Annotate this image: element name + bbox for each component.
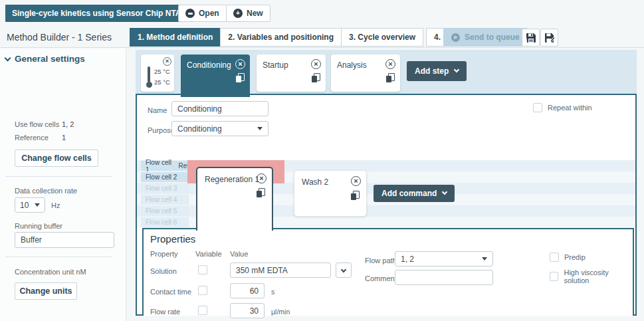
- general-settings-header[interactable]: General settings: [5, 54, 85, 64]
- step-name-input[interactable]: [171, 101, 268, 116]
- data-collection-rate-select[interactable]: 10: [15, 197, 45, 213]
- sidebar-divider: [5, 257, 112, 257]
- close-temperature-icon[interactable]: [163, 57, 171, 66]
- close-step-icon[interactable]: [235, 59, 245, 69]
- chevron-down-icon: [454, 67, 459, 72]
- new-button-label: New: [247, 9, 263, 18]
- tab-cycle-overview[interactable]: 3. Cycle overview: [341, 28, 423, 47]
- solution-label: Solution: [150, 267, 177, 275]
- running-buffer-input[interactable]: [15, 232, 114, 248]
- save-as-button[interactable]: [540, 29, 558, 47]
- chevron-down-icon: [5, 55, 11, 62]
- high-viscosity-label: High viscosity solution: [564, 268, 633, 284]
- solution-dropdown-button[interactable]: [336, 263, 352, 278]
- tab-variables-positioning[interactable]: 2. Variables and positioning: [220, 28, 342, 47]
- flow-path-value: 1, 2: [401, 255, 414, 264]
- copy-command-icon[interactable]: [257, 188, 265, 197]
- data-collection-rate-value: 10: [20, 201, 29, 210]
- temperature-card[interactable]: 25 °C 25 °C: [141, 54, 174, 92]
- solution-input[interactable]: [230, 263, 331, 278]
- command-card-label: Regeneration 1: [205, 175, 259, 184]
- save-icon: [526, 33, 536, 43]
- add-step-button[interactable]: Add step: [407, 61, 467, 81]
- repeat-within-checkbox[interactable]: [533, 103, 542, 112]
- running-buffer-label: Running buffer: [15, 222, 62, 230]
- data-collection-rate-unit: Hz: [51, 201, 60, 209]
- contact-time-label: Contact time: [150, 288, 191, 296]
- add-step-label: Add step: [415, 66, 449, 76]
- flow-cell-label: Flow cell 3: [141, 183, 189, 193]
- purpose-select[interactable]: Conditioning: [171, 121, 268, 136]
- step-card-analysis[interactable]: Analysis: [331, 54, 400, 92]
- add-command-button[interactable]: Add command: [374, 185, 455, 202]
- flow-rate-unit: µl/min: [271, 308, 290, 316]
- comment-input[interactable]: [395, 270, 493, 285]
- predip-label: Predip: [564, 253, 586, 261]
- command-card-wash[interactable]: Wash 2: [294, 170, 367, 217]
- new-button[interactable]: New: [226, 5, 270, 22]
- change-flow-cells-button[interactable]: Change flow cells: [15, 150, 98, 167]
- sidebar-divider: [5, 176, 112, 177]
- use-flow-cells-value: 1, 2: [62, 120, 74, 128]
- high-viscosity-option: High viscosity solution: [550, 268, 633, 284]
- copy-step-icon[interactable]: [236, 73, 245, 82]
- copy-step-icon[interactable]: [312, 73, 320, 82]
- send-to-queue-button[interactable]: Send to queue: [443, 28, 528, 47]
- concentration-unit-label: Concentration unit nM: [15, 268, 86, 276]
- document-tab[interactable]: Single-cycle kinetics using Sensor Chip …: [5, 5, 203, 22]
- wizard-tabs: 1. Method definition 2. Variables and po…: [130, 28, 496, 47]
- comment-label: Comment: [365, 274, 397, 282]
- data-collection-rate-label: Data collection rate: [15, 187, 77, 195]
- step-card-label: Conditioning: [187, 60, 231, 70]
- step-card-label: Analysis: [337, 60, 367, 70]
- close-command-icon[interactable]: [257, 173, 267, 183]
- properties-title: Properties: [150, 233, 195, 245]
- copy-command-icon[interactable]: [351, 191, 360, 200]
- change-units-button[interactable]: Change units: [15, 282, 77, 300]
- name-label: Name: [148, 106, 167, 114]
- step-card-conditioning[interactable]: Conditioning: [181, 54, 250, 97]
- open-button[interactable]: Open: [178, 5, 227, 22]
- page-title: Method Builder - 1 Series: [7, 32, 112, 43]
- close-step-icon[interactable]: [311, 59, 321, 69]
- close-step-icon[interactable]: [385, 59, 395, 69]
- contact-time-variable-checkbox[interactable]: [198, 286, 207, 295]
- command-card-regeneration[interactable]: Regeneration 1: [196, 167, 273, 231]
- contact-time-input[interactable]: [230, 283, 265, 298]
- high-viscosity-checkbox[interactable]: [550, 272, 558, 281]
- flow-rate-input[interactable]: [230, 303, 265, 318]
- solution-variable-checkbox[interactable]: [198, 265, 207, 274]
- column-header-variable: Variable: [195, 250, 222, 258]
- flow-cell-label: Flow cell 6: [141, 217, 189, 227]
- plus-icon: [233, 9, 243, 18]
- toolbar: Method Builder - 1 Series 1. Method defi…: [0, 27, 644, 48]
- caret-down-icon: [35, 203, 40, 207]
- flow-rate-variable-checkbox[interactable]: [198, 306, 207, 315]
- temperature-value-1: 25 °C: [154, 68, 170, 75]
- reference-value: 1: [62, 134, 66, 142]
- caret-down-icon: [257, 127, 263, 130]
- caret-down-icon: [482, 257, 487, 261]
- close-command-icon[interactable]: [351, 176, 361, 186]
- tab-method-definition[interactable]: 1. Method definition: [130, 28, 221, 47]
- chevron-down-icon: [442, 189, 447, 195]
- repeat-within-option: Repeat within: [533, 103, 592, 112]
- thermometer-icon: [146, 66, 152, 88]
- send-to-queue-label: Send to queue: [465, 33, 520, 42]
- open-icon: [185, 9, 195, 18]
- reference-label: Reference: [15, 134, 49, 142]
- flow-path-label: Flow path: [365, 257, 397, 265]
- copy-step-icon[interactable]: [386, 73, 395, 82]
- temperature-value-2: 25 °C: [154, 78, 170, 86]
- properties-panel: Properties Property Variable Value Solut…: [142, 228, 634, 316]
- general-settings-title: General settings: [15, 54, 85, 64]
- use-flow-cells-label: Use flow cells: [15, 120, 59, 128]
- flow-path-select[interactable]: 1, 2: [395, 251, 493, 267]
- save-button[interactable]: [522, 29, 540, 47]
- predip-checkbox[interactable]: [550, 253, 559, 262]
- repeat-within-label: Repeat within: [548, 104, 592, 112]
- flow-cell-label: Flow cell 4: [141, 195, 189, 205]
- contact-time-unit: s: [271, 288, 274, 296]
- general-settings-sidebar: General settings Use flow cells 1, 2 Ref…: [0, 49, 126, 321]
- step-card-startup[interactable]: Startup: [257, 54, 326, 92]
